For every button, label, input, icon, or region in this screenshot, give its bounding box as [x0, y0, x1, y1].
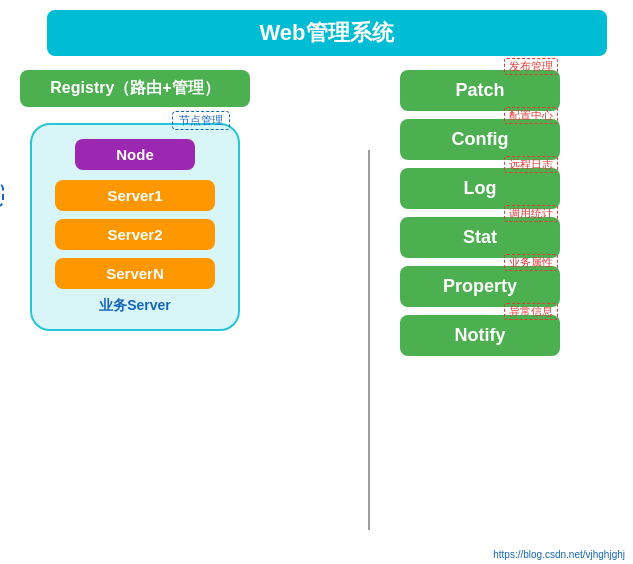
server-box-1: Server1: [55, 180, 215, 211]
log-sublabel: 远程日志: [504, 156, 558, 173]
right-item-patch: 发布管理 Patch: [400, 70, 560, 111]
main-container: Web管理系统 Registry（路由+管理） 应用节点 节点管理 Node: [0, 0, 633, 564]
right-item-property: 业务属性 Property: [400, 266, 560, 307]
watermark: https://blog.csdn.net/vjhghjghj: [493, 549, 625, 560]
node-box: 节点管理 Node Server1 Server2 ServerN: [30, 123, 240, 331]
server-box-2: Server2: [55, 219, 215, 250]
main-content: Registry（路由+管理） 应用节点 节点管理 Node Server1: [20, 70, 633, 364]
log-btn[interactable]: Log: [400, 168, 560, 209]
stat-btn[interactable]: Stat: [400, 217, 560, 258]
main-title: Web管理系统: [259, 20, 393, 45]
right-item-config: 配置中心 Config: [400, 119, 560, 160]
app-node-label: 应用节点: [0, 183, 4, 207]
server-box-n: ServerN: [55, 258, 215, 289]
patch-sublabel: 发布管理: [504, 58, 558, 75]
property-btn[interactable]: Property: [400, 266, 560, 307]
vertical-divider: [368, 150, 370, 530]
registry-box: Registry（路由+管理）: [20, 70, 250, 107]
notify-sublabel: 异常信息: [504, 303, 558, 320]
patch-btn[interactable]: Patch: [400, 70, 560, 111]
right-item-stat: 调用统计 Stat: [400, 217, 560, 258]
right-item-notify: 异常信息 Notify: [400, 315, 560, 356]
biz-server-label: 业务Server: [52, 297, 218, 315]
app-area: 应用节点 节点管理 Node Server1 Server2: [20, 123, 360, 331]
node-mgmt-label: 节点管理: [172, 111, 230, 130]
config-btn[interactable]: Config: [400, 119, 560, 160]
right-item-log: 远程日志 Log: [400, 168, 560, 209]
registry-label: Registry（路由+管理）: [50, 79, 219, 96]
config-sublabel: 配置中心: [504, 107, 558, 124]
title-box: Web管理系统: [47, 10, 607, 56]
node-item: Node: [75, 139, 195, 170]
stat-sublabel: 调用统计: [504, 205, 558, 222]
left-side: Registry（路由+管理） 应用节点 节点管理 Node Server1: [20, 70, 360, 364]
right-side: 发布管理 Patch 配置中心 Config 远程日志 Log: [400, 70, 560, 364]
property-sublabel: 业务属性: [504, 254, 558, 271]
notify-btn[interactable]: Notify: [400, 315, 560, 356]
